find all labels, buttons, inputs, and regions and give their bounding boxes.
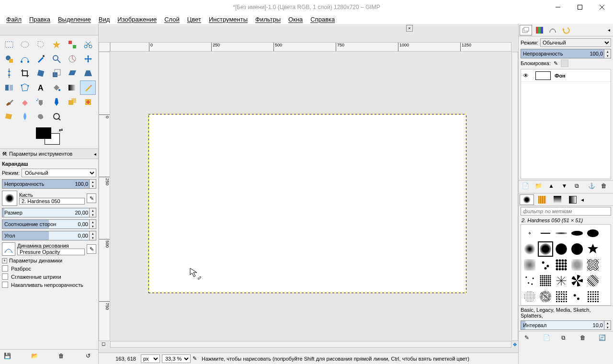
tool-free-select[interactable] <box>33 37 48 52</box>
quick-mask-icon[interactable]: ◻ <box>102 341 108 348</box>
brush-interval-slider[interactable]: Интервал 10,0 ▴▾ <box>521 320 611 330</box>
tool-pencil[interactable] <box>80 80 96 95</box>
brush-grid[interactable] <box>521 224 611 306</box>
brush-cell[interactable] <box>538 289 553 304</box>
tab-undo[interactable] <box>560 25 572 35</box>
brush-cell[interactable] <box>569 273 585 288</box>
layer-anchor-icon[interactable]: ⚓ <box>588 182 597 191</box>
size-slider[interactable]: Размер 20,00 ▴▾ <box>2 208 96 217</box>
save-preset-icon[interactable]: 💾 <box>4 353 12 361</box>
tool-smudge[interactable] <box>33 109 48 124</box>
tool-airbrush[interactable] <box>33 95 48 109</box>
tool-rotate[interactable] <box>33 66 48 80</box>
brush-cell[interactable] <box>569 226 585 241</box>
brush-cell[interactable] <box>522 273 537 288</box>
layer-visibility-icon[interactable]: 👁 <box>523 72 532 79</box>
brush-cell[interactable] <box>554 273 569 288</box>
menu-file[interactable]: Файл <box>3 16 25 23</box>
tool-perspective[interactable] <box>80 66 96 80</box>
delete-preset-icon[interactable]: 🗑 <box>58 353 67 361</box>
brush-cell[interactable] <box>554 257 569 273</box>
brush-filter-input[interactable] <box>521 207 611 216</box>
scrollbar-horizontal[interactable] <box>110 341 511 348</box>
lock-alpha-icon[interactable] <box>561 59 568 67</box>
restore-preset-icon[interactable]: 📂 <box>31 353 40 361</box>
brush-name-field[interactable]: 2. Hardness 050 <box>19 198 85 205</box>
brush-cell[interactable] <box>554 289 569 304</box>
menu-select[interactable]: Выделение <box>55 16 94 23</box>
brush-cell[interactable] <box>538 273 553 288</box>
menu-filters[interactable]: Фильтры <box>252 16 284 23</box>
layer-delete-icon[interactable]: 🗑 <box>601 182 610 191</box>
tool-heal[interactable] <box>80 95 96 109</box>
menu-color[interactable]: Цвет <box>184 16 204 23</box>
tool-bucket-fill[interactable] <box>48 80 64 95</box>
opacity-slider[interactable]: Непрозрачность 100,0 ▴▾ <box>2 179 96 189</box>
brush-cell[interactable] <box>522 257 537 273</box>
menu-image[interactable]: Изображение <box>114 16 160 23</box>
tab-paths[interactable] <box>546 25 559 35</box>
tab-layers[interactable] <box>520 25 532 35</box>
tab-gradients[interactable] <box>550 194 565 205</box>
canvas[interactable] <box>148 114 466 293</box>
brush-cell[interactable] <box>522 241 537 257</box>
layer-name[interactable]: Фон <box>555 73 566 79</box>
brush-cell-selected[interactable] <box>538 241 553 257</box>
layer-opacity-stepper[interactable]: ▴▾ <box>604 49 611 58</box>
brush-cell[interactable] <box>554 226 569 241</box>
brush-cell[interactable] <box>569 241 585 257</box>
brush-cell[interactable] <box>585 289 601 304</box>
dynamics-name-field[interactable]: Pressure Opacity <box>17 249 85 255</box>
dynamics-params-expander[interactable]: +Параметры динамики <box>2 258 96 263</box>
tool-move[interactable] <box>80 52 96 66</box>
zoom-select[interactable]: 33,3 % <box>162 354 191 363</box>
tool-color-picker[interactable] <box>33 52 48 66</box>
layer-opacity-slider[interactable]: Непрозрачность 100,0 ▴▾ <box>521 49 611 58</box>
lock-pixels-icon[interactable]: ✎ <box>554 60 558 67</box>
brush-preview[interactable] <box>2 191 17 206</box>
layer-group-icon[interactable]: 📁 <box>535 182 544 191</box>
tool-blur[interactable] <box>17 109 33 124</box>
interval-stepper[interactable]: ▴▾ <box>604 321 611 330</box>
layer-item[interactable]: 👁 Фон <box>521 69 611 82</box>
brush-cell[interactable] <box>585 241 601 257</box>
brush-duplicate-icon[interactable]: ⧉ <box>561 334 570 343</box>
swap-colors-icon[interactable]: ⇄ <box>59 127 63 133</box>
dynamics-edit-button[interactable]: ✎ <box>87 244 96 254</box>
tab-channels[interactable] <box>533 25 545 35</box>
tool-blend[interactable] <box>64 80 80 95</box>
dock-menu-icon[interactable]: ◂ <box>606 27 612 33</box>
brush-cell[interactable] <box>538 257 553 273</box>
tool-clone[interactable] <box>64 95 80 109</box>
tool-rect-select[interactable] <box>1 37 17 52</box>
tool-perspective-clone[interactable] <box>1 109 17 124</box>
brush-cell[interactable] <box>522 226 537 241</box>
tab-brushes[interactable] <box>520 194 534 205</box>
ruler-vertical[interactable]: 0 250 500 750 <box>99 52 110 341</box>
tool-ink[interactable] <box>48 95 64 109</box>
tab-fonts[interactable] <box>566 194 580 205</box>
tool-dodge[interactable] <box>48 109 64 124</box>
incremental-checkbox[interactable] <box>2 282 8 288</box>
tab-patterns[interactable] <box>535 194 549 205</box>
tool-scale[interactable] <box>48 66 64 80</box>
brush-edit-icon[interactable]: ✎ <box>524 334 533 343</box>
aspect-slider[interactable]: Соотношение сторон 0,00 ▴▾ <box>2 219 96 229</box>
tool-text[interactable]: A <box>33 80 48 95</box>
tool-shear[interactable] <box>64 66 80 80</box>
brush-cell[interactable] <box>538 226 553 241</box>
brushes-dock-menu-icon[interactable]: ◂ <box>581 196 584 203</box>
mode-select[interactable]: Обычный <box>22 169 96 177</box>
tool-by-color-select[interactable] <box>64 37 80 52</box>
tool-flip[interactable] <box>1 80 17 95</box>
layer-new-icon[interactable]: 📄 <box>522 182 531 191</box>
layer-down-icon[interactable]: ▼ <box>561 182 570 191</box>
angle-stepper[interactable]: ▴▾ <box>89 231 96 240</box>
brush-cell[interactable] <box>585 226 601 241</box>
tool-scissors[interactable] <box>80 37 96 52</box>
tool-zoom[interactable] <box>48 52 64 66</box>
color-swatches[interactable]: ⇄ <box>0 125 98 148</box>
brush-cell[interactable] <box>569 289 585 304</box>
brush-edit-button[interactable]: ✎ <box>87 193 96 203</box>
brush-refresh-icon[interactable]: 🔄 <box>599 334 607 343</box>
